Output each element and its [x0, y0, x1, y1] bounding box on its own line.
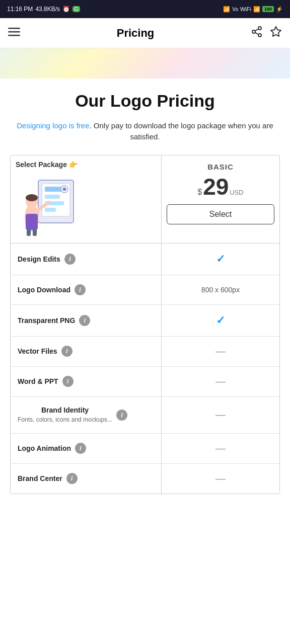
illustration-area: Select Package 👉	[11, 155, 162, 243]
signal-icon: 📶	[223, 6, 230, 13]
dash-icon: —	[215, 376, 226, 387]
svg-rect-23	[33, 229, 37, 236]
feature-name: Logo Animation	[18, 444, 71, 452]
feature-cell-word-ppt: Word & PPT i	[11, 367, 162, 396]
info-icon[interactable]: i	[66, 473, 78, 484]
app-icon: G	[72, 6, 80, 12]
feature-cell-brand-center: Brand Center i	[11, 464, 162, 494]
value-cell-logo-download: 800 x 600px	[162, 275, 279, 304]
dash-icon: —	[215, 346, 226, 357]
feature-cell-logo-animation: Logo Animation i	[11, 434, 162, 463]
check-icon: ✓	[216, 314, 225, 327]
info-icon[interactable]: i	[116, 410, 127, 421]
info-icon[interactable]: i	[79, 315, 90, 326]
info-icon[interactable]: i	[61, 346, 72, 357]
value-cell-design-edits: ✓	[162, 244, 279, 275]
hamburger-menu[interactable]	[8, 26, 20, 41]
feature-cell-logo-download: Logo Download i	[11, 275, 162, 304]
svg-rect-14	[45, 208, 56, 212]
table-header-row: Select Package 👉	[11, 155, 279, 244]
feature-cell-transparent-png: Transparent PNG i	[11, 305, 162, 336]
status-bar: 11:16 PM 43.8KB/s ⏰ G 📶 Vo WiFi 📶 100 ⚡	[0, 0, 290, 18]
feature-cell-design-edits: Design Edits i	[11, 244, 162, 275]
dash-icon: —	[215, 409, 226, 421]
info-icon[interactable]: i	[64, 254, 76, 265]
subtitle: Designing logo is free. Only pay to down…	[10, 120, 280, 143]
feature-sub: Fonts, colors, icons and mockups...	[18, 416, 112, 424]
feature-name: Brand Identity	[18, 406, 112, 414]
info-icon[interactable]: i	[62, 376, 74, 387]
feature-name: Logo Download	[18, 286, 70, 294]
svg-marker-8	[271, 27, 281, 36]
status-left: 11:16 PM 43.8KB/s ⏰ G	[7, 6, 80, 13]
svg-rect-12	[45, 195, 60, 199]
table-row: Vector Files i —	[11, 337, 279, 367]
feature-name: Transparent PNG	[18, 316, 75, 325]
table-row: Design Edits i ✓	[11, 244, 279, 275]
share-icon[interactable]	[251, 26, 263, 41]
table-row: Logo Animation i —	[11, 434, 279, 464]
pkg-price-basic: $ 29 USD	[197, 175, 244, 198]
battery-indicator: 100	[262, 6, 274, 12]
feature-cell-brand-identity: Brand Identity Fonts, colors, icons and …	[11, 397, 162, 433]
pkg-name-basic: BASIC	[207, 163, 234, 171]
feature-name: Brand Center	[18, 474, 62, 482]
nav-actions	[251, 26, 282, 41]
status-right: 📶 Vo WiFi 📶 100 ⚡	[223, 6, 283, 13]
svg-line-6	[255, 32, 259, 34]
time: 11:16 PM	[7, 6, 33, 13]
vo-icon: Vo	[232, 7, 238, 12]
dash-icon: —	[215, 473, 226, 485]
table-row: Brand Identity Fonts, colors, icons and …	[11, 397, 279, 434]
svg-line-7	[255, 29, 259, 31]
svg-rect-0	[8, 28, 20, 29]
main-title: Our Logo Pricing	[10, 91, 280, 111]
feature-name: Design Edits	[18, 255, 60, 263]
svg-rect-1	[8, 31, 20, 33]
feature-name: Word & PPT	[18, 377, 58, 385]
price-currency: USD	[230, 189, 243, 196]
table-row: Logo Download i 800 x 600px	[11, 275, 279, 305]
hero-band	[0, 48, 290, 78]
main-content: Our Logo Pricing Designing logo is free.…	[0, 78, 290, 502]
value-cell-logo-animation: —	[162, 434, 279, 463]
pricing-table: Select Package 👉	[10, 155, 280, 494]
data-speed: 43.8KB/s	[35, 6, 60, 13]
select-button-basic[interactable]: Select	[167, 204, 274, 224]
value-cell-brand-center: —	[162, 464, 279, 494]
wifi2-icon: 📶	[253, 6, 260, 13]
package-header-basic: BASIC $ 29 USD Select	[162, 155, 279, 243]
wifi-icon: WiFi	[240, 6, 251, 12]
svg-rect-22	[27, 229, 31, 236]
package-label: Select Package 👉	[16, 160, 78, 169]
dash-icon: —	[215, 443, 226, 454]
svg-point-16	[63, 187, 66, 191]
svg-rect-2	[8, 35, 20, 36]
feature-cell-vector-files: Vector Files i	[11, 337, 162, 366]
table-row: Transparent PNG i ✓	[11, 305, 279, 337]
illustration	[16, 173, 81, 238]
page-title: Pricing	[117, 27, 155, 40]
value-cell-vector-files: —	[162, 337, 279, 366]
top-nav: Pricing	[0, 18, 290, 48]
table-row: Word & PPT i —	[11, 367, 279, 397]
svg-point-19	[26, 194, 38, 201]
price-dollar: $	[197, 188, 202, 197]
svg-rect-24	[26, 214, 38, 230]
free-link[interactable]: Designing logo is free	[17, 121, 89, 130]
info-icon[interactable]: i	[75, 443, 86, 454]
table-row: Brand Center i —	[11, 464, 279, 494]
feature-name: Vector Files	[18, 347, 57, 355]
subtitle-rest: . Only pay to download the logo package …	[90, 121, 273, 141]
value-cell-word-ppt: —	[162, 367, 279, 396]
alarm-icon: ⏰	[62, 6, 70, 13]
value-cell-brand-identity: —	[162, 397, 279, 433]
resolution-value: 800 x 600px	[201, 286, 240, 294]
bookmark-icon[interactable]	[270, 26, 282, 41]
value-cell-transparent-png: ✓	[162, 305, 279, 336]
svg-point-21	[46, 201, 50, 205]
charging-icon: ⚡	[276, 6, 283, 13]
info-icon[interactable]: i	[75, 284, 86, 295]
check-icon: ✓	[216, 253, 225, 266]
price-number: 29	[203, 175, 229, 198]
